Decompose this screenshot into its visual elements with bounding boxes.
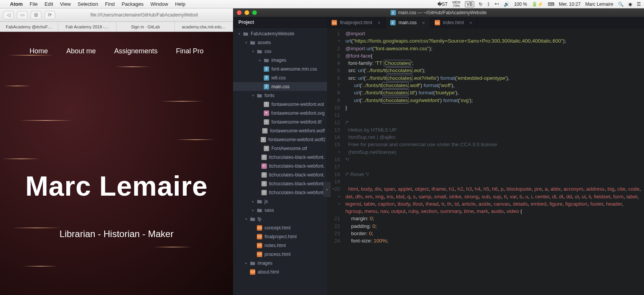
app-name[interactable]: Atom — [10, 1, 23, 7]
menu-window[interactable]: Window — [150, 1, 168, 7]
tree-file[interactable]: Tttchocolates-black-webfont. — [233, 188, 327, 197]
tree-folder[interactable]: ▾assets — [233, 38, 327, 47]
tree-item-label: ttchocolates-black-webfont. — [269, 190, 325, 195]
tree-folder[interactable]: ▸images — [233, 56, 327, 64]
tree-folder[interactable]: ▸js — [233, 197, 327, 206]
zoom-window-button[interactable] — [252, 10, 257, 15]
menu-packages[interactable]: Packages — [122, 1, 143, 7]
close-tab-icon[interactable]: × — [469, 20, 472, 26]
css-icon: # — [264, 84, 269, 89]
timemachine-icon[interactable]: ↻ — [479, 2, 483, 7]
tree-file[interactable]: <>finalproject.html — [233, 232, 327, 241]
tree-folder[interactable]: ▾css — [233, 47, 327, 56]
tree-item-label: ttchocolates-black-webfont. — [269, 163, 325, 169]
folder-icon — [250, 40, 255, 45]
css-icon: # — [264, 75, 269, 81]
tree-folder[interactable]: ▸images — [233, 259, 327, 267]
folder-icon — [257, 49, 262, 54]
svg-icon: ✦ — [264, 110, 269, 116]
browser-tab[interactable]: Sign in · GitLab — [117, 22, 175, 31]
text-editor[interactable]: 123456789101112131415161718192021222324 … — [327, 28, 644, 295]
keyboard-layout-icon[interactable]: ⌨ — [548, 2, 554, 7]
tree-file[interactable]: <>process.html — [233, 250, 327, 259]
tree-file[interactable]: <>about.html — [233, 267, 327, 276]
browser-tab[interactable]: academy.cba.mit.edu… — [175, 22, 233, 31]
url-field[interactable]: file:///Users/marclemaire/GitHub/FabAcad… — [58, 12, 230, 18]
reload-button[interactable]: ⟳ — [44, 11, 55, 19]
menu-selection[interactable]: Selection — [78, 1, 98, 7]
pane-toggle-handle[interactable]: ‹ — [323, 182, 331, 197]
tree-file[interactable]: Tfontawesome-webfont.ttf — [233, 117, 327, 126]
tree-item-label: fontawesome-webfont.svg — [271, 110, 325, 116]
tree-file[interactable]: <>notes.html — [233, 241, 327, 250]
hero-title: Marc Lemaire — [0, 170, 233, 202]
folder-icon — [250, 216, 255, 222]
sidebar-button[interactable]: ▭ — [17, 11, 28, 19]
close-tab-icon[interactable]: × — [422, 20, 425, 26]
tree-folder[interactable]: ▾FabAcademyWebsite — [233, 29, 327, 38]
nav-home[interactable]: Home — [30, 47, 48, 55]
menu-help[interactable]: Help — [175, 1, 186, 7]
font-icon: T — [261, 137, 266, 142]
tree-item-label: fontawesome-webfont.woff2 — [268, 137, 325, 142]
html-icon: <> — [257, 225, 262, 231]
menu-find[interactable]: Find — [105, 1, 115, 7]
clock[interactable]: Mer. 10:27 — [559, 2, 581, 7]
tree-folder[interactable]: ▸sass — [233, 206, 327, 214]
notification-center-icon[interactable]: ☰ — [637, 2, 641, 7]
wifi-icon[interactable]: ⬶ — [495, 2, 499, 7]
siri-icon[interactable]: ◉ — [628, 2, 632, 7]
back-button[interactable]: ◁ — [3, 11, 14, 19]
menu-view[interactable]: View — [60, 1, 71, 7]
folder-icon — [257, 199, 262, 204]
close-tab-icon[interactable]: × — [378, 20, 381, 26]
safari-window: ◁ ▭ ⊞ ⟳ file:///Users/marclemaire/GitHub… — [0, 8, 233, 295]
memory-indicator[interactable]: MEM73% — [452, 1, 460, 8]
battery-percentage[interactable]: 100 % — [514, 2, 527, 7]
battery-icon[interactable]: 🔋⚡ — [532, 2, 543, 7]
tree-file[interactable]: ✦ttchocolates-black-webfont. — [233, 162, 327, 170]
tree-file[interactable]: Tfontawesome-webfont.woff — [233, 126, 327, 135]
tree-folder[interactable]: ▾fp — [233, 214, 327, 223]
editor-tab[interactable]: #main.css× — [386, 17, 430, 28]
tree-file[interactable]: Tfontawesome-webfont.woff2 — [233, 135, 327, 144]
tree-item-label: fontawesome-webfont.eot — [271, 102, 324, 107]
tree-file[interactable]: #font-awesome.min.css — [233, 64, 327, 73]
tree-file[interactable]: ✦fontawesome-webfont.svg — [233, 109, 327, 117]
folder-icon — [264, 58, 269, 63]
nav-assignments[interactable]: Assignements — [114, 47, 158, 55]
tree-file[interactable]: #main.css — [233, 82, 327, 91]
tree-file[interactable]: Tttchocolates-black-webfont. — [233, 170, 327, 179]
code-content[interactable]: @importurl("https://fonts.googleapis.com… — [344, 28, 644, 295]
spotlight-icon[interactable]: 🔍 — [618, 2, 624, 7]
tree-item-label: process.html — [264, 252, 291, 257]
font-icon: T — [264, 146, 269, 151]
top-sites-button[interactable]: ⊞ — [31, 11, 41, 19]
close-window-button[interactable] — [237, 10, 242, 15]
vb-icon[interactable]: VB — [465, 1, 474, 7]
project-tree[interactable]: ▾FabAcademyWebsite▾assets▾css▸images#fon… — [233, 28, 327, 295]
atom-window: # main.css — ~/GitHub/FabAcademyWebsite … — [233, 8, 644, 295]
editor-tab[interactable]: <>index.html× — [430, 17, 477, 28]
tree-item-label: assets — [258, 40, 271, 45]
minimize-window-button[interactable] — [245, 10, 249, 15]
browser-tab[interactable]: FabAcademy @échoF… — [0, 22, 58, 31]
volume-icon[interactable]: 🔊 — [504, 2, 509, 7]
menu-file[interactable]: File — [30, 1, 38, 7]
tree-folder[interactable]: ▾fonts — [233, 91, 327, 100]
editor-tab[interactable]: <>finalproject.html× — [327, 17, 386, 28]
menu-edit[interactable]: Edit — [44, 1, 53, 7]
tree-file[interactable]: #ie8.css — [233, 73, 327, 82]
user-name[interactable]: Marc Lemaire — [585, 2, 613, 7]
tree-file[interactable]: Tttchocolates-black-webfont. — [233, 179, 327, 188]
browser-tab[interactable]: Fab Academy 2018 -… — [58, 22, 117, 31]
bluetooth-icon[interactable]: ᛒ — [487, 2, 490, 7]
dropbox-icon[interactable]: �ST — [437, 2, 448, 7]
nav-final-project[interactable]: Final Pro — [176, 47, 204, 55]
tree-file[interactable]: <>concept.html — [233, 223, 327, 232]
nav-about[interactable]: About me — [66, 47, 96, 55]
tab-label: index.html — [443, 20, 464, 25]
tree-file[interactable]: TFontAwesome.otf — [233, 144, 327, 153]
tree-file[interactable]: Tfontawesome-webfont.eot — [233, 100, 327, 109]
tree-file[interactable]: Tttchocolates-black-webfont. — [233, 153, 327, 162]
